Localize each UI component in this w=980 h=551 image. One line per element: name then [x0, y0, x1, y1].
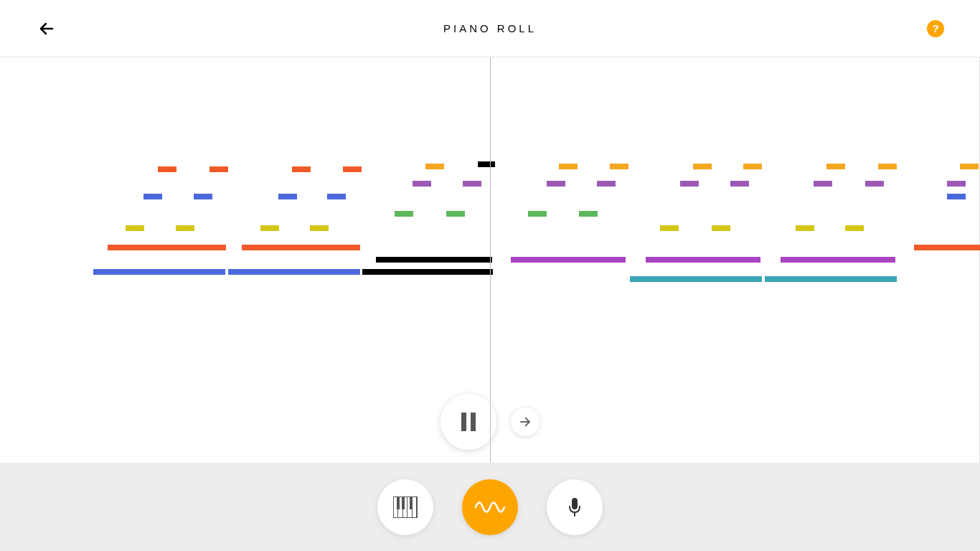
note[interactable] [143, 194, 162, 199]
note[interactable] [597, 181, 616, 187]
note[interactable] [712, 225, 730, 231]
note[interactable] [878, 164, 897, 169]
note[interactable] [579, 211, 598, 217]
note[interactable] [960, 164, 979, 169]
note[interactable] [947, 181, 966, 187]
back-button[interactable] [36, 18, 57, 39]
note[interactable] [796, 225, 814, 231]
note[interactable] [93, 269, 225, 275]
note[interactable] [646, 257, 760, 263]
note[interactable] [343, 166, 362, 172]
note[interactable] [228, 269, 360, 275]
page-title: PIANO ROLL [443, 22, 537, 34]
note[interactable] [630, 276, 762, 282]
piano-icon [393, 496, 418, 518]
note[interactable] [260, 225, 279, 231]
note[interactable] [814, 181, 832, 187]
note[interactable] [914, 245, 980, 250]
note[interactable] [425, 164, 444, 169]
note[interactable] [743, 164, 762, 169]
note[interactable] [376, 257, 492, 263]
note[interactable] [310, 225, 329, 231]
note[interactable] [463, 181, 481, 187]
help-button[interactable]: ? [927, 20, 944, 37]
note[interactable] [528, 211, 547, 217]
arrow-right-icon [519, 415, 532, 428]
note[interactable] [547, 181, 565, 187]
note[interactable] [395, 211, 413, 217]
arrow-left-icon [38, 20, 55, 37]
piano-roll-canvas[interactable] [0, 57, 980, 463]
svg-rect-2 [572, 498, 578, 509]
note[interactable] [278, 194, 297, 199]
note[interactable] [327, 194, 346, 199]
help-icon: ? [932, 22, 938, 34]
note[interactable] [610, 164, 628, 169]
note[interactable] [947, 194, 966, 199]
pause-button[interactable] [440, 394, 496, 450]
note[interactable] [446, 211, 465, 217]
note[interactable] [559, 164, 578, 169]
note[interactable] [845, 225, 864, 231]
note[interactable] [126, 225, 144, 231]
note[interactable] [478, 161, 495, 167]
note[interactable] [660, 225, 679, 231]
note[interactable] [108, 245, 226, 250]
header: PIANO ROLL ? [0, 0, 980, 57]
note[interactable] [765, 276, 897, 282]
mic-mode-button[interactable] [547, 479, 603, 535]
wave-icon [474, 496, 506, 518]
note[interactable] [693, 164, 712, 169]
note[interactable] [209, 166, 228, 172]
piano-mode-button[interactable] [377, 479, 433, 535]
note[interactable] [194, 194, 212, 199]
note[interactable] [781, 257, 895, 263]
note[interactable] [730, 181, 749, 187]
note[interactable] [826, 164, 845, 169]
note[interactable] [511, 257, 626, 263]
bottom-bar [0, 463, 980, 551]
note[interactable] [158, 166, 176, 172]
note[interactable] [242, 245, 360, 250]
note[interactable] [292, 166, 311, 172]
note[interactable] [413, 181, 431, 187]
note[interactable] [680, 181, 699, 187]
playhead [490, 57, 491, 463]
mic-icon [567, 496, 583, 518]
note[interactable] [362, 269, 493, 275]
forward-button[interactable] [511, 408, 540, 436]
pause-icon [461, 413, 476, 431]
note[interactable] [176, 225, 194, 231]
wave-mode-button[interactable] [462, 479, 518, 535]
note[interactable] [865, 181, 884, 187]
